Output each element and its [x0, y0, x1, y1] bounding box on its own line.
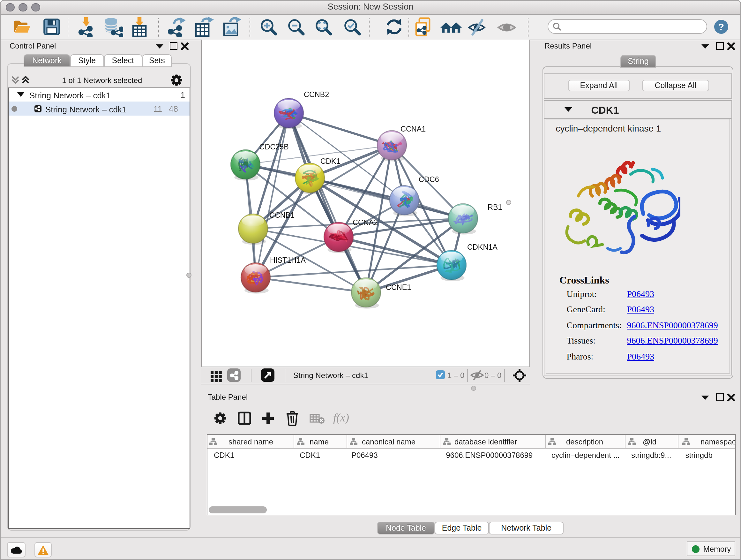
svg-text:CCNB2: CCNB2 — [304, 90, 329, 99]
svg-text:CCNE1: CCNE1 — [386, 283, 411, 292]
svg-text:CCNA2: CCNA2 — [352, 219, 378, 227]
svg-text:CDKN1A: CDKN1A — [467, 243, 497, 251]
svg-text:HIST1H1A: HIST1H1A — [270, 256, 306, 264]
svg-text:CDK1: CDK1 — [320, 157, 340, 165]
svg-text:CDC25B: CDC25B — [259, 143, 288, 151]
svg-text:RB1: RB1 — [487, 203, 502, 211]
svg-text:CDC6: CDC6 — [418, 175, 439, 184]
svg-text:CCNA1: CCNA1 — [400, 125, 425, 133]
svg-text:CCNB1: CCNB1 — [269, 211, 294, 219]
